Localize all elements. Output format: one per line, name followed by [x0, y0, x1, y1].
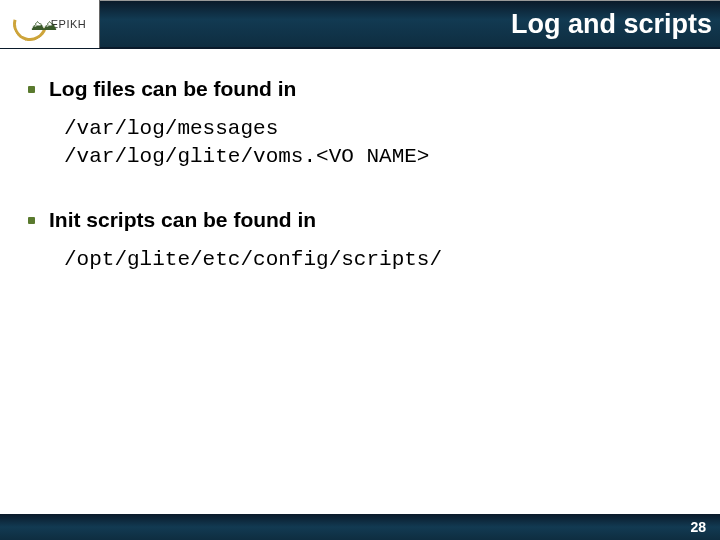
bullet-icon [28, 86, 35, 93]
code-line: /var/log/glite/voms.<VO NAME> [64, 143, 702, 171]
bullet-icon [28, 217, 35, 224]
logo: ⛰⛰ EPIKH [0, 0, 100, 48]
code-block: /var/log/messages /var/log/glite/voms.<V… [64, 115, 702, 172]
logo-text: EPIKH [51, 18, 87, 30]
slide: ⛰⛰ EPIKH Log and scripts Log files can b… [0, 0, 720, 540]
slide-title: Log and scripts [511, 9, 712, 40]
code-block: /opt/glite/etc/config/scripts/ [64, 246, 702, 274]
list-item: Log files can be found in /var/log/messa… [18, 77, 702, 172]
slide-footer: 28 [0, 514, 720, 540]
slide-header: ⛰⛰ EPIKH Log and scripts [0, 1, 720, 49]
bullet-list: Log files can be found in /var/log/messa… [18, 77, 702, 274]
slide-body: Log files can be found in /var/log/messa… [0, 49, 720, 514]
logo-inner: ⛰⛰ EPIKH [13, 7, 87, 41]
code-line: /var/log/messages [64, 115, 702, 143]
bullet-text: Init scripts can be found in [49, 208, 316, 232]
code-line: /opt/glite/etc/config/scripts/ [64, 246, 702, 274]
page-number: 28 [690, 519, 706, 535]
map-icon: ⛰⛰ [31, 17, 55, 33]
bullet-text: Log files can be found in [49, 77, 296, 101]
list-item: Init scripts can be found in /opt/glite/… [18, 208, 702, 274]
